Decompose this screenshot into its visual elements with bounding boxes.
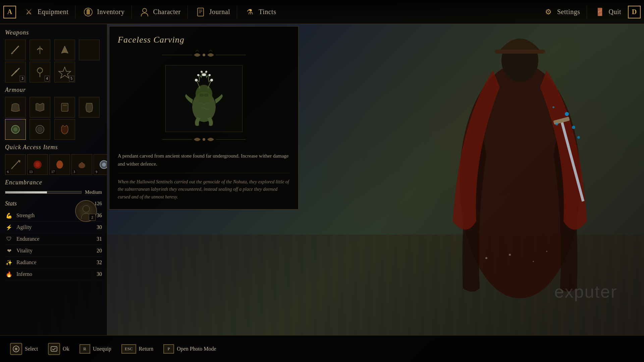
item-image xyxy=(177,72,231,125)
stat-vitality: ❤ Vitality 20 xyxy=(5,245,102,257)
svg-point-56 xyxy=(199,94,204,97)
item-lore: When the Hallowed Sentinels carried out … xyxy=(118,178,290,201)
svg-point-10 xyxy=(509,254,511,256)
quick-slot-4[interactable]: 3 xyxy=(71,154,92,175)
svg-line-33 xyxy=(11,161,19,169)
nav-item-quit[interactable]: 🚪 Quit xyxy=(587,0,628,24)
svg-point-30 xyxy=(13,127,17,131)
inferno-value: 30 xyxy=(92,271,102,277)
item-title: Faceless Carving xyxy=(118,35,290,45)
nav-item-equipment[interactable]: ⚔ Equipment xyxy=(16,0,75,24)
quick-slot-2[interactable]: 13 xyxy=(27,154,48,175)
nav-item-tincts[interactable]: ⚗ Tincts xyxy=(237,0,283,24)
armour-slot-6[interactable] xyxy=(30,119,50,140)
armour-slot-1[interactable] xyxy=(5,97,26,118)
svg-point-5 xyxy=(565,112,569,116)
select-key-icon xyxy=(10,343,22,355)
armour-grid xyxy=(5,97,102,140)
weapon-slot-6[interactable]: 4 xyxy=(30,62,50,82)
stat-radiance: ✨ Radiance 32 xyxy=(5,257,102,268)
encumbrance-bar: Medium xyxy=(5,189,102,195)
equipment-icon: ⚔ xyxy=(23,6,35,18)
tincts-icon: ⚗ xyxy=(244,6,256,18)
svg-point-11 xyxy=(533,261,534,262)
weapon-slot-3[interactable] xyxy=(54,40,75,60)
action-unequip[interactable]: R Unequip xyxy=(79,344,111,354)
svg-point-52 xyxy=(209,74,211,76)
svg-point-6 xyxy=(555,123,558,125)
quick-slot-1[interactable]: 6 xyxy=(5,154,26,175)
stat-inferno: 🔥 Inferno 30 xyxy=(5,268,102,280)
ok-key-icon xyxy=(48,343,60,355)
agility-label: Agility xyxy=(16,224,89,230)
quick-slot-5[interactable]: 9 xyxy=(94,154,107,175)
quit-icon: 🚪 xyxy=(594,6,606,18)
encumbrance-label: Medium xyxy=(85,189,102,195)
agility-value: 30 xyxy=(92,224,102,230)
svg-point-63 xyxy=(15,348,17,350)
character-silhouette xyxy=(392,20,627,322)
armour-slot-3[interactable] xyxy=(54,97,75,118)
svg-rect-16 xyxy=(198,8,204,16)
armour-slot-7[interactable] xyxy=(54,119,75,140)
weapon-slot-1[interactable] xyxy=(5,40,26,60)
weapon-slot-5[interactable]: 3 xyxy=(5,62,26,82)
ornament-bottom xyxy=(118,135,290,145)
svg-point-47 xyxy=(196,85,212,104)
endurance-value: 31 xyxy=(92,236,102,242)
weapon-slot-empty[interactable] xyxy=(79,40,100,60)
action-return[interactable]: ESC Return xyxy=(121,344,153,354)
left-panel: Weapons 3 4 5 Armour xyxy=(0,24,107,335)
svg-point-49 xyxy=(197,74,199,76)
item-description: A pendant carved from ancient stone foun… xyxy=(118,152,290,173)
stats-avatar: 2 xyxy=(75,200,97,222)
svg-point-55 xyxy=(205,71,207,73)
nav-item-character[interactable]: Character xyxy=(132,0,187,24)
avatar-badge: 2 xyxy=(89,214,96,221)
nav-item-inventory[interactable]: Inventory xyxy=(75,0,131,24)
ok-label: Ok xyxy=(63,346,69,352)
nav-key-d[interactable]: D xyxy=(628,6,641,18)
stat-endurance: 🛡 Endurance 31 xyxy=(5,233,102,245)
agility-icon: ⚡ xyxy=(5,223,13,231)
nav-item-journal[interactable]: Journal xyxy=(188,0,237,24)
svg-point-54 xyxy=(201,71,203,73)
item-detail-panel: Faceless Carving xyxy=(109,26,299,209)
strength-icon: 💪 xyxy=(5,212,13,220)
inventory-icon xyxy=(82,6,94,18)
svg-point-7 xyxy=(572,126,575,129)
svg-point-12 xyxy=(485,257,487,259)
armour-slot-4[interactable] xyxy=(79,97,100,118)
svg-point-51 xyxy=(210,79,213,81)
character-icon xyxy=(139,6,151,18)
svg-rect-64 xyxy=(51,347,57,351)
nav-key-a[interactable]: A xyxy=(3,6,16,18)
encumbrance-title: Encumbrance xyxy=(5,179,102,186)
weapon-slot-2[interactable] xyxy=(30,40,50,60)
action-select[interactable]: Select xyxy=(10,343,38,355)
character-display xyxy=(275,0,644,335)
svg-rect-2 xyxy=(495,50,545,54)
svg-point-13 xyxy=(546,251,547,252)
armour-slot-5[interactable] xyxy=(5,119,26,140)
ornament-top xyxy=(118,50,290,62)
encumbrance-bar-fill xyxy=(5,191,47,193)
vitality-value: 20 xyxy=(92,248,102,254)
return-key-icon: ESC xyxy=(121,344,136,354)
armour-slot-2[interactable] xyxy=(30,97,50,118)
svg-rect-27 xyxy=(61,103,68,111)
nav-item-settings[interactable]: ⚙ Settings xyxy=(536,0,587,24)
action-photo-mode[interactable]: P Open Photo Mode xyxy=(163,344,216,354)
stats-section: Stats LVL 126 2 💪 Strength 36 ⚡ Agility … xyxy=(5,200,102,280)
stats-title: Stats xyxy=(5,200,17,207)
weapon-slot-7[interactable]: 5 xyxy=(54,62,75,82)
svg-point-59 xyxy=(203,138,205,141)
quick-slot-3[interactable]: 17 xyxy=(49,154,70,175)
return-label: Return xyxy=(139,346,154,352)
inferno-label: Inferno xyxy=(16,271,89,277)
radiance-value: 32 xyxy=(92,259,102,265)
svg-point-26 xyxy=(41,68,42,69)
action-ok[interactable]: Ok xyxy=(48,343,69,355)
svg-point-40 xyxy=(102,163,106,167)
svg-point-43 xyxy=(203,54,205,56)
